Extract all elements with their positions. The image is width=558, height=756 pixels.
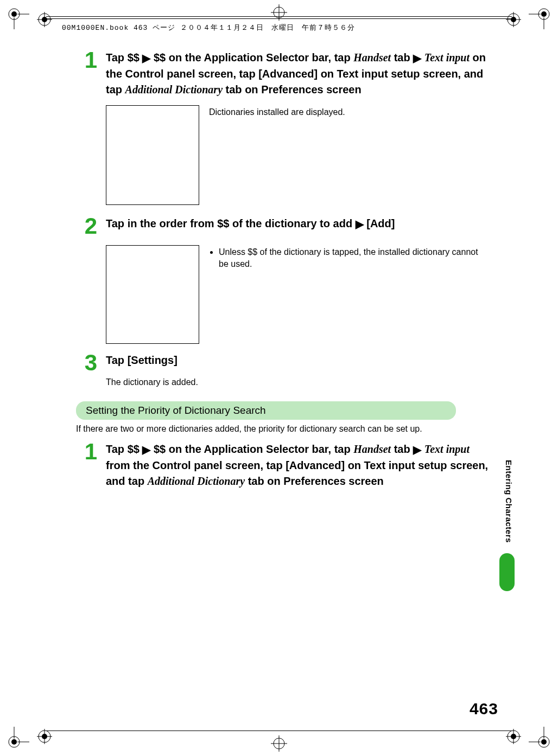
step-a3: 3 Tap [Settings]	[76, 351, 489, 374]
page-number: 463	[470, 700, 498, 718]
step-heading: Tap in the order from $$ of the dictiona…	[106, 216, 489, 232]
step-a2-illustration-row: Unless $$ of the dictionary is tapped, t…	[106, 245, 489, 344]
step-a2: 2 Tap in the order from $$ of the dictio…	[76, 215, 489, 238]
print-target-bl	[37, 729, 52, 744]
footer-rule	[46, 731, 512, 731]
svg-point-11	[11, 739, 17, 745]
print-target-tl	[37, 12, 52, 27]
crop-mark-tl	[7, 7, 29, 29]
step-number: 1	[76, 440, 106, 489]
step-b1: 1 Tap $$ ▶ $$ on the Application Selecto…	[76, 440, 489, 489]
header-book-info: 00M1000EN.book 463 ページ ２００４年１１月２４日 水曜日 午…	[60, 23, 357, 33]
crop-mark-bl	[7, 727, 29, 749]
step-heading: Tap [Settings]	[106, 353, 489, 368]
step-number: 3	[76, 351, 106, 374]
svg-point-29	[511, 17, 516, 22]
step-heading: Tap $$ ▶ $$ on the Application Selector …	[106, 441, 489, 489]
screenshot-placeholder	[106, 245, 199, 344]
crop-mark-tr	[529, 7, 551, 29]
print-target-tr	[506, 12, 521, 27]
svg-point-37	[511, 734, 516, 739]
step-a1-illustration-row: Dictionaries installed are displayed.	[106, 105, 489, 205]
side-tab-pill	[499, 553, 515, 591]
step-a2-note: Unless $$ of the dictionary is tapped, t…	[209, 245, 489, 344]
header-rule-top	[46, 16, 512, 17]
section-heading-bar: Setting the Priority of Dictionary Searc…	[76, 401, 456, 420]
step-number: 2	[76, 215, 106, 238]
svg-point-15	[541, 739, 547, 745]
header-rule-top-2	[46, 18, 512, 19]
step-a3-subnote: The dictionary is added.	[106, 377, 489, 387]
screenshot-placeholder	[106, 105, 199, 205]
section-description: If there are two or more dictionaries ad…	[76, 424, 489, 434]
page-content: 1 Tap $$ ▶ $$ on the Application Selecto…	[76, 49, 489, 492]
step-heading: Tap $$ ▶ $$ on the Application Selector …	[106, 50, 489, 98]
svg-point-7	[541, 11, 547, 17]
crop-mark-br	[529, 727, 551, 749]
step-a1-note: Dictionaries installed are displayed.	[209, 105, 345, 205]
svg-point-3	[11, 11, 17, 17]
step-a2-bullet: Unless $$ of the dictionary is tapped, t…	[219, 246, 489, 271]
print-target-br	[506, 729, 521, 744]
registration-mark-bottom	[271, 735, 287, 752]
svg-point-33	[42, 734, 47, 739]
step-number: 1	[76, 49, 106, 98]
side-tab-label: Entering Characters	[504, 460, 513, 543]
svg-point-25	[42, 17, 47, 22]
step-a1: 1 Tap $$ ▶ $$ on the Application Selecto…	[76, 49, 489, 98]
